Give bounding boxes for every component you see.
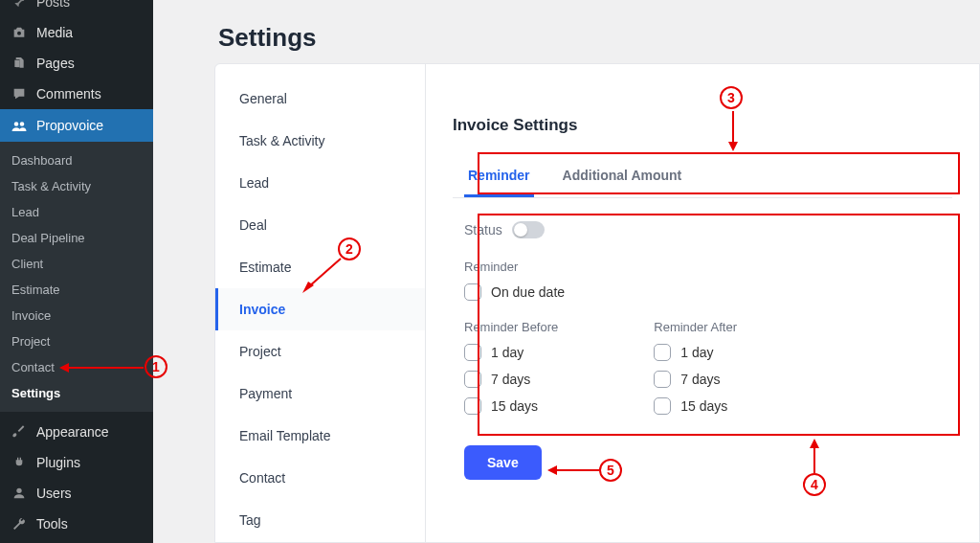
checkbox-after-15days[interactable]	[654, 397, 671, 415]
sidebar-item-appearance[interactable]: Appearance	[0, 417, 153, 447]
sidebar-item-tools[interactable]: Tools	[0, 509, 153, 539]
pages-icon	[10, 56, 29, 71]
sidebar-item-pages[interactable]: Pages	[0, 48, 153, 79]
checkbox-before-15days[interactable]	[464, 397, 481, 415]
propovoice-icon	[10, 117, 29, 134]
submenu-item-task-activity[interactable]: Task & Activity	[0, 173, 153, 199]
settings-nav: General Task & Activity Lead Deal Estima…	[215, 64, 426, 542]
reminder-panel: Status Reminder On due date Reminder Bef…	[453, 204, 952, 491]
tab-additional-amount[interactable]: Additional Amount	[559, 156, 686, 197]
nav-item-project[interactable]: Project	[215, 330, 425, 373]
invoice-tabs: Reminder Additional Amount	[453, 156, 952, 198]
nav-item-task-activity[interactable]: Task & Activity	[215, 120, 425, 162]
submenu-item-settings[interactable]: Settings	[0, 380, 153, 406]
checkbox-label: 15 days	[680, 398, 727, 414]
sidebar-item-users[interactable]: Users	[0, 478, 153, 509]
checkbox-label: On due date	[491, 284, 565, 300]
svg-point-1	[14, 122, 19, 126]
reminder-after-group: Reminder After 1 day 7 days 15 days	[654, 320, 737, 424]
checkbox-after-7days[interactable]	[654, 371, 671, 388]
submenu-item-deal-pipeline[interactable]: Deal Pipeline	[0, 225, 153, 251]
tab-reminder[interactable]: Reminder	[464, 156, 534, 197]
plug-icon	[10, 455, 29, 470]
checkbox-label: 1 day	[680, 345, 713, 360]
settings-card: General Task & Activity Lead Deal Estima…	[214, 63, 980, 543]
nav-item-deal[interactable]: Deal	[215, 204, 425, 246]
sidebar-item-label: Pages	[36, 56, 75, 71]
sidebar-item-posts[interactable]: Posts	[0, 0, 153, 17]
section-title: Invoice Settings	[453, 116, 952, 135]
checkbox-before-1day[interactable]	[464, 344, 481, 361]
checkbox-label: 1 day	[491, 345, 523, 360]
nav-item-email-template[interactable]: Email Template	[215, 415, 425, 457]
brush-icon	[10, 424, 29, 440]
nav-item-lead[interactable]: Lead	[215, 162, 425, 204]
user-icon	[10, 486, 29, 501]
sidebar-item-plugins[interactable]: Plugins	[0, 447, 153, 478]
svg-point-0	[17, 32, 21, 35]
reminder-before-group: Reminder Before 1 day 7 days 15 days	[464, 320, 558, 424]
sidebar-item-label: Media	[36, 25, 73, 40]
camera-icon	[10, 25, 29, 40]
reminder-on-due-date-row: On due date	[464, 283, 941, 301]
save-button[interactable]: Save	[464, 445, 542, 480]
nav-item-tag[interactable]: Tag	[215, 499, 425, 541]
settings-content: Invoice Settings Reminder Additional Amo…	[426, 64, 979, 542]
nav-item-contact[interactable]: Contact	[215, 457, 425, 499]
sidebar-item-label: Tools	[36, 516, 68, 532]
page-title: Settings	[153, 0, 980, 70]
sidebar-item-label: Propovoice	[36, 118, 103, 133]
submenu-item-lead[interactable]: Lead	[0, 199, 153, 225]
reminder-before-label: Reminder Before	[464, 320, 558, 334]
status-label: Status	[464, 222, 502, 238]
reminder-after-label: Reminder After	[654, 320, 737, 334]
wp-admin-sidebar: Posts Media Pages Comments Propovoice Da…	[0, 0, 153, 543]
sidebar-item-label: Appearance	[36, 424, 109, 440]
sidebar-item-label: Users	[36, 486, 72, 501]
sidebar-item-propovoice[interactable]: Propovoice	[0, 109, 153, 142]
checkbox-before-7days[interactable]	[464, 371, 481, 388]
svg-point-3	[16, 488, 21, 493]
status-row: Status	[464, 221, 941, 238]
nav-item-general[interactable]: General	[215, 78, 425, 120]
submenu-item-invoice[interactable]: Invoice	[0, 303, 153, 328]
sidebar-item-label: Plugins	[36, 455, 80, 470]
checkbox-label: 7 days	[680, 372, 720, 387]
sidebar-item-comments[interactable]: Comments	[0, 79, 153, 109]
submenu-item-client[interactable]: Client	[0, 251, 153, 277]
sidebar-item-label: Comments	[36, 86, 101, 102]
checkbox-label: 7 days	[491, 372, 530, 387]
submenu-item-estimate[interactable]: Estimate	[0, 277, 153, 303]
checkbox-label: 15 days	[491, 398, 538, 414]
nav-item-payment[interactable]: Payment	[215, 373, 425, 415]
wrench-icon	[10, 516, 29, 532]
wp-submenu: Dashboard Task & Activity Lead Deal Pipe…	[0, 142, 153, 412]
nav-item-invoice[interactable]: Invoice	[215, 288, 425, 330]
sidebar-item-label: Posts	[36, 0, 70, 10]
checkbox-on-due-date[interactable]	[464, 283, 481, 301]
submenu-item-dashboard[interactable]: Dashboard	[0, 147, 153, 173]
submenu-item-contact[interactable]: Contact	[0, 354, 153, 380]
submenu-item-project[interactable]: Project	[0, 328, 153, 354]
main-content: Settings General Task & Activity Lead De…	[153, 0, 980, 543]
comment-icon	[10, 86, 29, 102]
reminder-label: Reminder	[464, 260, 941, 274]
nav-item-estimate[interactable]: Estimate	[215, 246, 425, 288]
sidebar-item-media[interactable]: Media	[0, 17, 153, 48]
pin-icon	[10, 0, 29, 10]
checkbox-after-1day[interactable]	[654, 344, 671, 361]
status-toggle[interactable]	[512, 221, 545, 238]
sidebar-item-wpsettings[interactable]: Settings	[0, 539, 153, 543]
svg-point-2	[20, 122, 25, 126]
